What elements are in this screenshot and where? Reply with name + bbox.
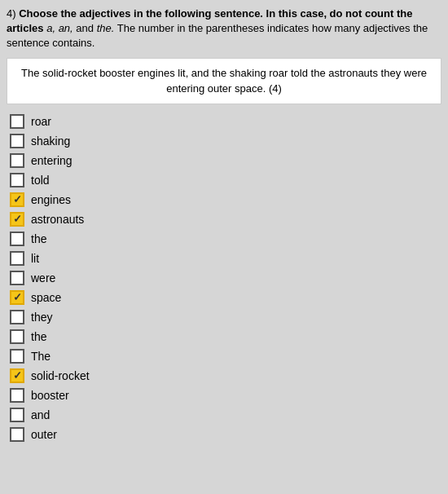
checkbox-shaking[interactable] bbox=[10, 134, 24, 148]
option-item-engines: engines bbox=[7, 191, 441, 209]
checkbox-roar[interactable] bbox=[10, 114, 24, 129]
option-item-and: and bbox=[7, 406, 441, 424]
checkbox-were[interactable] bbox=[10, 271, 24, 285]
checkbox-space[interactable] bbox=[10, 290, 24, 305]
option-item-the1: the bbox=[7, 230, 441, 248]
option-label-entering: entering bbox=[31, 154, 72, 167]
option-item-entering: entering bbox=[7, 152, 441, 170]
question-header: 4) Choose the adjectives in the followin… bbox=[7, 7, 441, 51]
checkbox-entering[interactable] bbox=[10, 153, 24, 168]
option-item-shaking: shaking bbox=[7, 132, 441, 150]
the-text: the. bbox=[97, 22, 115, 34]
checkbox-solid-rocket[interactable] bbox=[10, 368, 24, 383]
option-label-and: and bbox=[31, 408, 50, 421]
articles-text: a, an, bbox=[46, 22, 73, 34]
checkbox-astronauts[interactable] bbox=[10, 212, 24, 227]
option-label-The: The bbox=[31, 350, 51, 363]
option-label-the2: the bbox=[31, 330, 46, 343]
option-label-space: space bbox=[31, 291, 61, 304]
option-label-booster: booster bbox=[31, 389, 69, 402]
sentence-box: The solid-rocket booster engines lit, an… bbox=[7, 58, 441, 104]
option-item-booster: booster bbox=[7, 386, 441, 404]
option-label-the1: the bbox=[31, 232, 46, 245]
checkbox-the2[interactable] bbox=[10, 329, 24, 344]
checkbox-told[interactable] bbox=[10, 173, 24, 187]
question-number: 4) bbox=[7, 7, 16, 20]
checkbox-The[interactable] bbox=[10, 349, 24, 364]
option-label-they: they bbox=[31, 311, 52, 324]
options-list: roarshakingenteringtoldenginesastronauts… bbox=[7, 112, 441, 443]
checkbox-they[interactable] bbox=[10, 310, 24, 324]
option-label-engines: engines bbox=[31, 193, 71, 206]
checkbox-engines[interactable] bbox=[10, 192, 24, 207]
option-label-shaking: shaking bbox=[31, 135, 70, 148]
option-item-roar: roar bbox=[7, 112, 441, 130]
option-label-solid-rocket: solid-rocket bbox=[31, 369, 90, 382]
option-item-outer: outer bbox=[7, 426, 441, 443]
option-label-roar: roar bbox=[31, 115, 51, 128]
and-text: and bbox=[76, 22, 96, 34]
option-item-solid-rocket: solid-rocket bbox=[7, 367, 441, 385]
checkbox-lit[interactable] bbox=[10, 251, 24, 266]
option-item-The: The bbox=[7, 347, 441, 365]
option-item-the2: the bbox=[7, 328, 441, 346]
option-item-lit: lit bbox=[7, 249, 441, 267]
checkbox-and[interactable] bbox=[10, 408, 24, 422]
checkbox-the1[interactable] bbox=[10, 232, 24, 246]
option-item-they: they bbox=[7, 308, 441, 326]
option-item-space: space bbox=[7, 289, 441, 307]
sentence-text: The solid-rocket booster engines lit, an… bbox=[21, 67, 427, 95]
option-item-told: told bbox=[7, 171, 441, 189]
option-label-were: were bbox=[31, 271, 55, 284]
option-label-astronauts: astronauts bbox=[31, 213, 84, 226]
option-item-astronauts: astronauts bbox=[7, 210, 441, 228]
option-label-outer: outer bbox=[31, 428, 57, 441]
option-label-told: told bbox=[31, 174, 50, 187]
option-label-lit: lit bbox=[31, 252, 39, 265]
option-item-were: were bbox=[7, 269, 441, 287]
checkbox-booster[interactable] bbox=[10, 388, 24, 403]
checkbox-outer[interactable] bbox=[10, 427, 24, 442]
